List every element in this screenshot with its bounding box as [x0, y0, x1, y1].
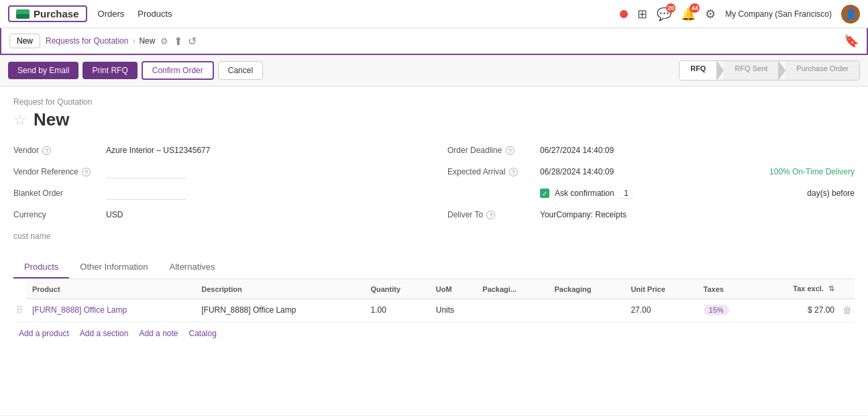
vendor-help-icon[interactable]: ? [42, 146, 51, 155]
tabs: Products Other Information Alternatives [13, 256, 855, 279]
breadcrumb-current: New [139, 36, 155, 46]
bell-icon[interactable]: 🔔 44 [681, 7, 696, 21]
order-deadline-label: Order Deadline ? [447, 146, 535, 155]
product-table: Product Description Quantity UoM Packagi… [13, 279, 855, 321]
avatar[interactable]: 👤 [841, 5, 860, 23]
col-taxes: Taxes [698, 279, 757, 299]
tax-excl-cell[interactable]: $ 27.00 [756, 299, 840, 321]
pipeline-arrow-2 [779, 61, 785, 80]
deadline-help-icon[interactable]: ? [506, 146, 514, 155]
expected-arrival-label: Expected Arrival ? [447, 167, 535, 176]
row-delete[interactable]: 🗑 [840, 299, 855, 321]
breadcrumb-section[interactable]: Requests for Quotation [46, 36, 128, 46]
ask-confirmation-row: ✓ Ask confirmation 1 day(s) before [540, 184, 855, 203]
ask-confirmation-num[interactable]: 1 [620, 189, 633, 199]
add-product-link[interactable]: Add a product [19, 329, 69, 338]
vendor-ref-value[interactable] [106, 165, 186, 178]
col-description: Description [196, 279, 365, 299]
drag-handle[interactable]: ⠿ [13, 299, 27, 321]
deliver-to-value[interactable]: YourCompany: Receipts [540, 210, 627, 219]
grid-icon[interactable]: ⊞ [637, 7, 647, 21]
ask-confirmation-checkbox[interactable]: ✓ [540, 189, 549, 198]
on-time-delivery-link[interactable]: 100% On-Time Delivery [769, 167, 855, 176]
col-settings-icon[interactable]: ⇅ [828, 284, 834, 293]
order-deadline-value[interactable]: 06/27/2024 14:40:09 [540, 146, 614, 155]
currency-row: Currency USD [13, 205, 421, 224]
company-name[interactable]: My Company (San Francisco) [725, 9, 832, 19]
col-product: Product [27, 279, 196, 299]
tab-products[interactable]: Products [13, 256, 69, 278]
table-footer: Add a product Add a section Add a note C… [13, 321, 855, 345]
nav-right: ⊞ 💬 20 🔔 44 ⚙ My Company (San Francisco)… [620, 5, 860, 23]
description-cell[interactable]: [FURN_8888] Office Lamp [196, 299, 365, 321]
red-dot-icon[interactable] [620, 10, 628, 18]
vendor-ref-help-icon[interactable]: ? [82, 168, 91, 176]
vendor-label: Vendor ? [13, 146, 101, 155]
pipeline-arrow-1 [717, 61, 724, 80]
new-button[interactable]: New [9, 34, 40, 48]
arrival-help-icon[interactable]: ? [509, 168, 518, 176]
nav-products[interactable]: Products [138, 9, 172, 19]
vendor-ref-row: Vendor Reference ? [13, 162, 421, 181]
pipeline-step-purchase-order[interactable]: Purchase Order [785, 61, 859, 80]
chat-badge: 20 [666, 3, 675, 13]
order-deadline-row: Order Deadline ? 06/27/2024 14:40:09 [447, 141, 855, 160]
send-by-email-button[interactable]: Send by Email [8, 62, 78, 79]
blanket-value[interactable] [106, 187, 186, 200]
taxes-cell[interactable]: 15% [698, 299, 757, 321]
add-section-link[interactable]: Add a section [80, 329, 129, 338]
bookmark-icon[interactable]: 🔖 [844, 34, 859, 48]
cust-name-row: cust name [13, 227, 421, 246]
bell-badge: 44 [690, 3, 700, 13]
chat-icon[interactable]: 💬 20 [657, 7, 671, 21]
expected-arrival-value[interactable]: 06/28/2024 14:40:09 [540, 167, 614, 176]
tab-alternatives[interactable]: Alternatives [158, 256, 225, 278]
undo-icon[interactable]: ↺ [188, 35, 197, 48]
table-row: ⠿ [FURN_8888] Office Lamp [FURN_8888] Of… [13, 299, 855, 321]
packaging-cell[interactable] [549, 299, 625, 321]
unit-price-cell[interactable]: 27.00 [625, 299, 698, 321]
top-nav-links: Orders Products [98, 9, 172, 19]
deliver-help-icon[interactable]: ? [486, 211, 495, 219]
rfq-title-row: ☆ New [13, 109, 855, 130]
nav-orders[interactable]: Orders [98, 9, 125, 19]
pipeline-step-rfq[interactable]: RFQ [680, 61, 717, 80]
add-note-link[interactable]: Add a note [139, 329, 178, 338]
vendor-value[interactable]: Azure Interior – US12345677 [106, 146, 210, 155]
app-logo[interactable]: Purchase [8, 5, 87, 22]
print-rfq-button[interactable]: Print RFQ [83, 62, 137, 79]
col-delete [840, 279, 855, 299]
col-packaging: Packaging [549, 279, 625, 299]
settings-gear-icon[interactable]: ⚙ [160, 36, 168, 46]
col-drag [13, 279, 27, 299]
cancel-button[interactable]: Cancel [218, 61, 263, 80]
main-content: Request for Quotation ☆ New Vendor ? Azu… [0, 87, 868, 415]
blanket-label: Blanket Order [13, 189, 101, 198]
product-cell[interactable]: [FURN_8888] Office Lamp [27, 299, 196, 321]
col-quantity: Quantity [365, 279, 430, 299]
favorite-star-icon[interactable]: ☆ [13, 111, 27, 129]
col-unit-price: Unit Price [625, 279, 698, 299]
cust-name-value[interactable]: cust name [13, 231, 50, 241]
pipeline-step-rfq-sent[interactable]: RFQ Sent [724, 61, 779, 80]
catalog-link[interactable]: Catalog [189, 329, 217, 338]
product-link[interactable]: [FURN_8888] Office Lamp [32, 305, 127, 315]
app-logo-icon [16, 9, 30, 19]
confirm-order-button[interactable]: Confirm Order [142, 61, 214, 80]
tax-badge: 15% [704, 305, 729, 315]
deliver-to-label: Deliver To ? [447, 210, 535, 219]
settings-icon[interactable]: ⚙ [705, 7, 716, 21]
action-bar: Send by Email Print RFQ Confirm Order Ca… [0, 55, 868, 87]
ask-confirmation-label: Ask confirmation [555, 189, 614, 198]
packaging-qty-cell[interactable] [477, 299, 549, 321]
uom-cell[interactable]: Units [431, 299, 478, 321]
quantity-cell[interactable]: 1.00 [365, 299, 430, 321]
col-uom: UoM [431, 279, 478, 299]
save-icon[interactable]: ⬆ [174, 35, 182, 48]
currency-label: Currency [13, 210, 101, 219]
blanket-order-row: Blanket Order [13, 184, 421, 203]
currency-value[interactable]: USD [106, 210, 123, 219]
rfq-name: New [34, 109, 69, 130]
vendor-row: Vendor ? Azure Interior – US12345677 [13, 141, 421, 160]
tab-other-information[interactable]: Other Information [69, 256, 158, 278]
